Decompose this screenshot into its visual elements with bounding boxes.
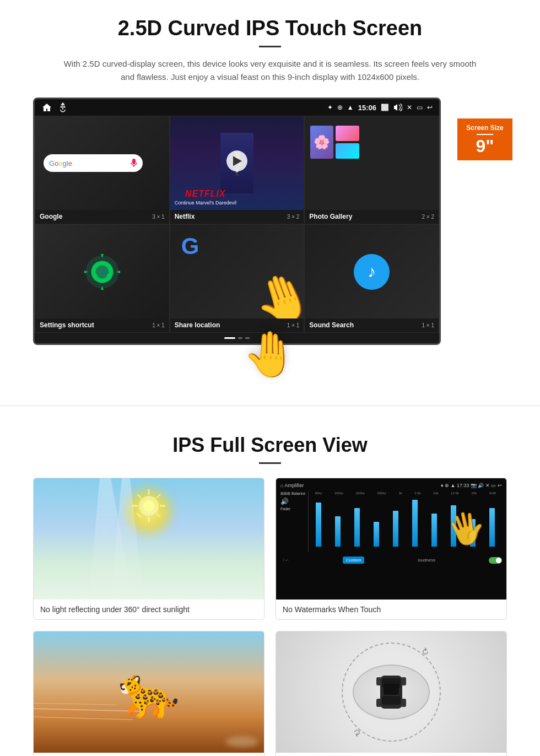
share-cell-inner: G 🤚 [170,225,304,318]
camera-icon: ⬜ [381,104,389,111]
section2-underline [259,462,281,464]
status-time: 15:06 [358,104,376,112]
view-angle-circle: ↻ ↻ [342,642,441,742]
g-blue: G [49,159,55,168]
feature-card-amplifier: ⌂ Amplifier ♦ ⊕ ▲ 17:33 📷 🔊 ✕ ▭ ↩ ⊞⊞⊞ Ba… [276,478,507,620]
dot-active [224,337,235,339]
section1-title: 2.5D Curved IPS Touch Screen [33,17,507,40]
settings-size: 1 × 1 [152,322,165,328]
section1-description: With 2.5D curved-display screen, this de… [63,57,477,84]
freq-10k: 10k [433,492,439,495]
title-underline [259,46,281,47]
eq-bar-6 [412,500,418,547]
cheetah-emoji: 🐆 [118,663,180,721]
sound-cell-inner: ♪ [305,225,439,318]
netflix-logo: NETFLIX [175,189,236,199]
dust-cloud [225,736,258,747]
wifi-icon: ▲ [347,104,354,111]
sunlight-image [34,478,264,600]
svg-rect-2 [132,159,136,164]
google-label: Google [40,213,62,220]
hand-below-screen: 🤚 [33,345,507,378]
amp-screen-content: ⌂ Amplifier ♦ ⊕ ▲ 17:33 📷 🔊 ✕ ▭ ↩ ⊞⊞⊞ Ba… [276,478,506,600]
freq-12.5k: 12.5k [451,492,459,495]
google-search-bar[interactable]: Google [44,154,143,172]
amp-footer: 〈← Custom loudness [280,557,502,564]
netflix-overlay: NETFLIX Continue Marvel's Daredevil [175,189,236,206]
app-cell-sound[interactable]: ♪ Sound Search 1 × 1 [304,224,439,333]
app-cell-settings[interactable]: Settings shortcut 1 × 1 [35,224,170,333]
app-cell-share[interactable]: G 🤚 Share location 1 × 1 [170,224,305,333]
g-red2: e [68,159,72,168]
eq-bar-2 [335,516,341,547]
feature-card-cheetah: 🐆 Super Fast Response [33,631,264,756]
dot-1 [238,337,242,339]
fader-label: Fader [280,507,305,511]
app-grid-row1: Google Google 3 × 1 [35,116,439,224]
mic-icon [131,159,137,168]
touch-hand-icon: 🤚 [242,328,298,361]
screen-size-badge: Screen Size 9" [457,118,512,160]
home-icon [41,102,52,112]
rotation-arrow-2: ↻ [351,726,364,739]
photo-cell-inner: 🌸 [305,116,439,210]
amp-time: ♦ ⊕ ▲ 17:33 📷 🔊 ✕ ▭ ↩ [441,483,502,488]
section-curved-screen: 2.5D Curved IPS Touch Screen With 2.5D c… [0,0,540,389]
settings-gear-icon [82,251,123,293]
freq-15k: 15k [471,492,477,495]
android-screen: ✦ ⊕ ▲ 15:06 ⬜ ✕ [33,98,441,345]
badge-label: Screen Size [462,124,508,132]
svg-line-23 [34,703,116,705]
play-button[interactable] [226,150,247,171]
app-cell-netflix[interactable]: 🕴️ NETFLIX Continue Marvel's Daredevil [170,116,305,224]
settings-cell-inner [35,225,169,318]
section2-title: IPS Full Screen View [33,434,507,457]
svg-rect-27 [384,684,399,695]
loudness-label: loudness [418,558,435,563]
eq-bar-7 [431,514,437,547]
netflix-cell-inner: 🕴️ NETFLIX Continue Marvel's Daredevil [170,116,304,210]
music-note-icon: ♪ [368,262,376,281]
g-yellow: o [58,159,62,168]
svg-rect-26 [382,696,401,705]
google-g-icon: G [181,233,199,260]
app-cell-photo-gallery[interactable]: 🌸 Photo Gallery 2 × 2 [304,116,439,224]
location-icon: ⊕ [337,104,343,111]
freq-100hz: 100hz [334,492,343,495]
status-bar-right: ✦ ⊕ ▲ 15:06 ⬜ ✕ [327,104,433,112]
photo-thumb-flower: 🌸 [310,126,333,158]
google-logo: Google [49,159,72,168]
rotation-arrow-1: ↻ [419,645,431,658]
screen-mockup: Screen Size 9" [33,98,507,378]
close-icon: ✕ [407,104,412,111]
section-divider [0,406,540,406]
photo-label: Photo Gallery [309,213,352,220]
svg-rect-28 [376,677,381,685]
volume-icon [393,104,402,111]
freq-60hz: 60hz [315,492,322,495]
light-beams [34,478,199,600]
svg-point-0 [61,106,62,108]
eq-bar-3 [354,508,360,547]
music-icon-circle: ♪ [354,254,390,290]
custom-btn: Custom [343,557,365,564]
bluetooth-icon: ✦ [327,104,333,111]
status-bar-left [41,102,67,112]
photo-thumb-3 [336,143,359,159]
toggle-knob [496,558,501,563]
photo-grid: 🌸 [310,126,359,158]
car-top-view-svg [375,667,408,717]
car-caption: Large Viewing Angle [276,753,506,756]
freq-labels: 60hz 100hz 200hz 500hz 1k 2.5k 10k 12.5k… [309,492,502,495]
freq-1k: 1k [398,492,402,495]
loudness-toggle[interactable] [489,557,502,564]
cheetah-caption: Super Fast Response [34,753,264,756]
sound-size: 1 × 1 [422,322,434,328]
back-icon: ↩ [427,104,433,111]
eq-bar-10 [489,508,495,547]
photo-app-label: Photo Gallery 2 × 2 [305,210,439,224]
eq-bar-4 [374,522,379,547]
car-image: ↻ ↻ [276,631,506,753]
feature-card-sunlight: No light reflecting under 360° direct su… [33,478,264,620]
app-cell-google[interactable]: Google Google 3 × 1 [35,116,170,224]
